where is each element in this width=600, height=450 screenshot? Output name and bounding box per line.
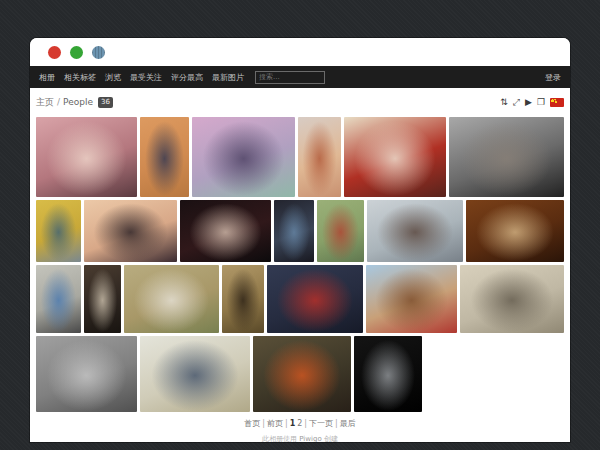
nav-item-2[interactable]: 相关标签 [64,72,96,83]
photo-count-badge: 36 [98,97,113,108]
nav-item-4[interactable]: 最受关注 [130,72,162,83]
breadcrumb-home-link[interactable]: 主页 [36,96,54,109]
photo-basilica-steps-woman[interactable] [460,265,564,333]
footer-piwigo-link[interactable]: Piwigo [299,435,321,442]
pagination-separator: | [335,419,338,428]
breadcrumb: 主页 / People 36 ⇅⤢▶❐ [36,91,564,113]
photo-grid [36,117,564,412]
pagination-separator: | [262,419,265,428]
photo-row-3 [36,265,564,333]
photo-row-2 [36,200,564,262]
footer-text-suffix: 创建 [324,435,338,442]
photo-orange-turban-woman[interactable] [253,336,351,412]
pagination-first[interactable]: 首页 [244,419,260,428]
slideshow-icon[interactable]: ▶ [525,98,532,107]
photo-bar-musicians[interactable] [466,200,564,262]
pagination-separator: | [285,419,288,428]
photo-row-1 [36,117,564,197]
breadcrumb-category: People [63,97,93,107]
pagination-next[interactable]: 下一页 [309,419,333,428]
breadcrumb-separator: / [57,97,60,107]
nav-item-6[interactable]: 最新图片 [212,72,244,83]
top-navbar: 相册相关标签浏览最受关注评分最高最新图片 登录 [30,66,570,88]
photo-water-splash-man[interactable] [367,200,463,262]
pagination: 首页|前页|12|下一页|最后 [36,418,564,429]
photo-pastel-cyclist[interactable] [192,117,295,197]
photo-gym-hall[interactable] [36,200,81,262]
pagination-last[interactable]: 最后 [340,419,356,428]
photo-stage-singer[interactable] [180,200,271,262]
photo-bubble-girl[interactable] [298,117,341,197]
photo-archway-couple[interactable] [84,265,121,333]
pagination-separator: | [304,419,307,428]
sort-order-icon[interactable]: ⇅ [500,98,508,107]
footer-text-prefix: 此相册使用 [262,435,297,442]
nav-item-3[interactable]: 浏览 [105,72,121,83]
pagination-prev[interactable]: 前页 [267,419,283,428]
display-mode-icon[interactable]: ❐ [537,98,545,107]
photo-napoleonic-soldiers[interactable] [267,265,363,333]
login-link[interactable]: 登录 [545,72,561,83]
photo-pearl-earring-girl[interactable] [274,200,314,262]
china-flag-icon[interactable] [550,98,564,107]
browser-window: 相册相关标签浏览最受关注评分最高最新图片 登录 主页 / People 36 ⇅… [30,38,570,442]
photo-sizes-icon[interactable]: ⤢ [513,98,520,107]
navbar-menu: 相册相关标签浏览最受关注评分最高最新图片 [39,72,253,83]
photo-jump-rope-man[interactable] [140,117,189,197]
close-button[interactable] [48,46,61,59]
photo-field-costume-woman[interactable] [222,265,264,333]
minimize-button[interactable] [70,46,83,59]
photo-spotlight-singer[interactable] [354,336,422,412]
photo-headwrap-portrait-bw[interactable] [449,117,564,197]
photo-monks-at-window[interactable] [344,117,446,197]
photo-costume-drummers[interactable] [317,200,364,262]
photo-basket-fishermen[interactable] [140,336,250,412]
nav-item-5[interactable]: 评分最高 [171,72,203,83]
photo-upside-down-girl[interactable] [366,265,457,333]
photo-stone-statue[interactable] [36,336,137,412]
photo-musket-reenactment[interactable] [124,265,219,333]
pagination-page-1: 1 [290,419,296,428]
search-input[interactable] [255,71,325,84]
traffic-lights [48,46,105,59]
page-footer: 此相册使用 Piwigo 创建 [36,434,564,442]
nav-item-1[interactable]: 相册 [39,72,55,83]
photo-row-4 [36,336,564,412]
photo-newborn-baby[interactable] [36,117,137,197]
window-titlebar [30,38,570,66]
zoom-button[interactable] [92,46,105,59]
page-content: 主页 / People 36 ⇅⤢▶❐ 首页|前页|12|下一页|最后 此相册使… [30,91,570,442]
pagination-page-2[interactable]: 2 [297,419,302,428]
gallery-toolbar: ⇅⤢▶❐ [500,98,564,107]
photo-blue-helmet-boy[interactable] [36,265,81,333]
photo-sunset-dancer[interactable] [84,200,177,262]
